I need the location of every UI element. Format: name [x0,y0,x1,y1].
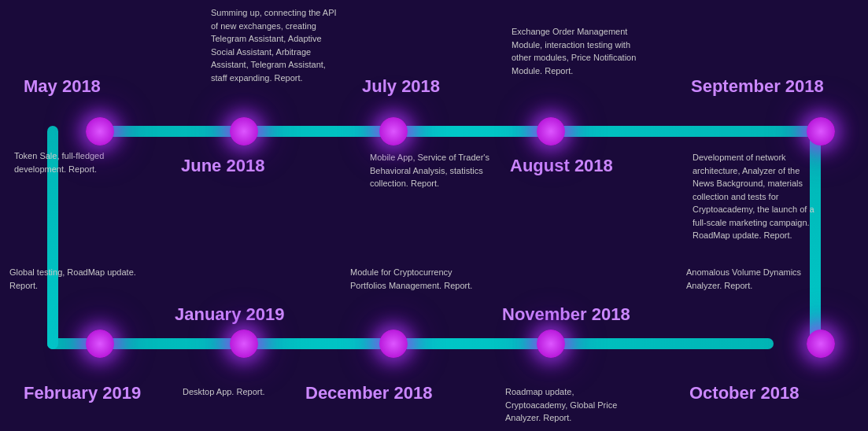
desc-july-2018: Mobile App, Service of Trader'sBehaviora… [370,151,489,190]
desc-august-2018: Exchange Order ManagementModule, interac… [512,25,636,77]
desc-october-2018: Anomalous Volume DynamicsAnalyzer. Repor… [686,266,801,292]
desc-february-2019: Roadmap update,Cryptoacademy, Global Pri… [505,385,617,425]
desc-september-2018: Development of networkarchitecture, Anal… [693,151,814,242]
timeline-line-top [94,126,821,137]
node-august-2018 [537,117,565,146]
node-february-2019 [86,330,114,358]
label-may-2018: May 2018 [24,76,101,97]
node-may-2018 [86,117,114,146]
label-december-2018: December 2018 [305,383,432,403]
desc-may-2018: Token Sale, full-fledgeddevelopment. Rep… [14,149,104,175]
label-september-2018: September 2018 [691,76,824,97]
desc-december-2018: Desktop App. Report. [183,385,265,399]
label-july-2018: July 2018 [362,76,440,97]
label-august-2018: August 2018 [510,156,613,176]
timeline-container: May 2018Token Sale, full-fledgeddevelopm… [0,0,868,431]
label-november-2018: November 2018 [502,304,630,325]
node-november-2018 [537,330,565,358]
node-december-2018 [379,330,408,358]
node-january-2019 [230,330,258,358]
label-october-2018: October 2018 [689,383,799,403]
label-june-2018: June 2018 [181,156,264,176]
desc-january-2019: Global testing, RoadMap update.Report. [9,266,136,292]
node-september-2018 [807,117,835,146]
label-february-2019: February 2019 [24,383,141,403]
node-october-2018 [807,330,835,358]
node-july-2018 [379,117,408,146]
label-january-2019: January 2019 [175,304,284,325]
node-june-2018 [230,117,258,146]
desc-november-2018: Module for CryptocurrencyPortfolios Mana… [350,266,472,292]
timeline-line-bottom [47,338,774,349]
desc-june-2018: Summing up, connecting the APIof new exc… [211,6,337,84]
